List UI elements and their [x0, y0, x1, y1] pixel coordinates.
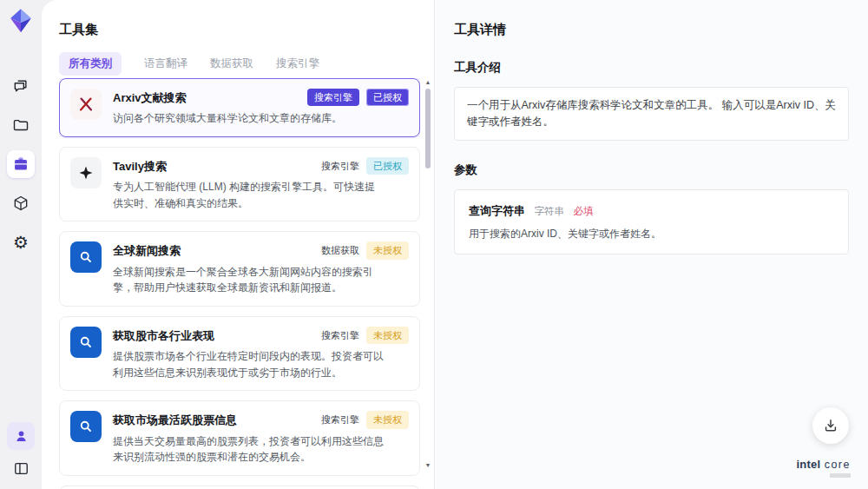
tool-card-sector-performance[interactable]: 获取股市各行业表现 搜索引擎 未授权 提供股票市场各个行业在特定时间段内的表现。… — [59, 316, 420, 391]
tab-translation[interactable]: 语言翻译 — [144, 56, 187, 71]
param-name: 查询字符串 — [469, 204, 525, 217]
app-logo-icon — [8, 8, 34, 34]
user-icon — [13, 428, 30, 445]
search-blue-icon — [70, 241, 102, 273]
arxiv-icon — [70, 89, 102, 120]
sidebar: ⚙ — [0, 0, 42, 489]
core-wordmark: core — [825, 459, 851, 471]
parameter-item: 查询字符串 字符串 必填 用于搜索的Arxiv ID、关键字或作者姓名。 — [454, 189, 849, 254]
tool-card-tavily[interactable]: Tavily搜索 搜索引擎 已授权 专为人工智能代理 (LLM) 构建的搜索引擎… — [59, 147, 420, 221]
param-type: 字符串 — [534, 206, 564, 216]
download-button[interactable] — [812, 407, 849, 444]
app-window: ⚙ 工具集 所有类别 语言翻译 — [0, 0, 868, 489]
tool-detail-pane: 工具详情 工具介绍 一个用于从Arxiv存储库搜索科学论文和文章的工具。 输入可… — [434, 0, 868, 489]
intel-core-logo: intel core — [796, 456, 851, 478]
sidebar-item-collapse[interactable] — [7, 454, 35, 482]
tool-list: Arxiv文献搜索 搜索引擎 已授权 访问各个研究领域大量科学论文和文章的存储库… — [59, 78, 420, 489]
auth-badge: 未授权 — [366, 241, 409, 259]
param-required-badge: 必填 — [573, 206, 593, 216]
scrollbar-thumb[interactable] — [425, 89, 431, 169]
tool-title: 全球新闻搜索 — [113, 241, 321, 259]
category-tabs: 所有类别 语言翻译 数据获取 搜索引擎 — [59, 52, 319, 76]
tool-card-arxiv[interactable]: Arxiv文献搜索 搜索引擎 已授权 访问各个研究领域大量科学论文和文章的存储库… — [59, 78, 420, 137]
tool-title: Tavily搜索 — [113, 157, 321, 175]
search-blue-icon — [70, 411, 102, 442]
detail-title: 工具详情 — [454, 22, 849, 38]
intel-wordmark: intel — [796, 458, 820, 471]
sidebar-item-account[interactable] — [7, 422, 35, 450]
tool-title: 获取股市各行业表现 — [113, 327, 321, 344]
panel-icon — [13, 460, 30, 477]
toolset-pane: 工具集 所有类别 语言翻译 数据获取 搜索引擎 — [42, 0, 434, 489]
tool-description: 全球新闻搜索是一个聚合全球各大新闻网站内容的搜索引擎，帮助用户快速获取全球最新资… — [113, 264, 409, 296]
sidebar-item-settings[interactable]: ⚙ — [7, 228, 35, 256]
category-badge: 搜索引擎 — [307, 89, 359, 106]
category-badge: 搜索引擎 — [321, 327, 359, 344]
tool-card-active-stocks[interactable]: 获取市场最活跃股票信息 搜索引擎 未授权 提供当天交易量最高的股票列表，投资者可… — [59, 400, 420, 475]
main-content: 工具集 所有类别 语言翻译 数据获取 搜索引擎 — [42, 0, 868, 489]
intro-heading: 工具介绍 — [454, 60, 849, 76]
param-description: 用于搜索的Arxiv ID、关键字或作者姓名。 — [469, 227, 834, 241]
page-title: 工具集 — [59, 22, 98, 38]
tool-intro-text: 一个用于从Arxiv存储库搜索科学论文和文章的工具。 输入可以是Arxiv ID… — [454, 87, 849, 141]
sidebar-bottom — [7, 422, 35, 482]
scroll-down-icon[interactable]: ▼ — [424, 461, 432, 470]
category-badge: 搜索引擎 — [321, 157, 359, 175]
list-scrollbar[interactable]: ▲ ▼ — [424, 78, 432, 486]
tool-description: 专为人工智能代理 (LLM) 构建的搜索引擎工具。可快速提供实时、准确和真实的结… — [113, 179, 409, 211]
tool-description: 提供当天交易量最高的股票列表，投资者可以利用这些信息来识别流动性强的股票和潜在的… — [113, 433, 409, 466]
params-heading: 参数 — [454, 162, 849, 178]
tool-card-regional-news[interactable]: 万维地区新闻查询 搜索引擎 未授权 查询具体行政区划内的新闻，快速了解各地新闻动 — [59, 486, 420, 489]
category-badge: 搜索引擎 — [321, 411, 359, 428]
tab-all-categories[interactable]: 所有类别 — [59, 52, 122, 76]
folder-icon — [12, 116, 30, 134]
search-blue-icon — [70, 327, 102, 358]
cube-icon — [12, 195, 30, 212]
download-icon — [822, 417, 839, 434]
tool-title: 获取市场最活跃股票信息 — [113, 411, 321, 428]
tavily-star-icon — [70, 157, 102, 188]
scroll-up-icon[interactable]: ▲ — [424, 78, 432, 87]
logo-subtext-bar — [830, 473, 851, 478]
tool-description: 访问各个研究领域大量科学论文和文章的存储库。 — [113, 110, 409, 127]
sidebar-item-models[interactable] — [7, 189, 35, 217]
tool-title: Arxiv文献搜索 — [113, 89, 307, 106]
chat-icon — [12, 77, 30, 95]
gear-icon: ⚙ — [13, 234, 29, 251]
auth-badge: 已授权 — [366, 89, 409, 106]
auth-badge: 未授权 — [366, 411, 409, 428]
auth-badge: 已授权 — [366, 157, 409, 175]
category-badge: 数据获取 — [321, 241, 359, 259]
sidebar-nav: ⚙ — [7, 72, 35, 256]
sidebar-item-files[interactable] — [7, 111, 35, 139]
tool-card-global-news[interactable]: 全球新闻搜索 数据获取 未授权 全球新闻搜索是一个聚合全球各大新闻网站内容的搜索… — [59, 231, 420, 306]
tool-description: 提供股票市场各个行业在特定时间段内的表现。投资者可以利用这些信息来识别表现优于或… — [113, 348, 409, 380]
briefcase-icon — [12, 155, 30, 173]
tab-search-engine[interactable]: 搜索引擎 — [276, 56, 319, 71]
auth-badge: 未授权 — [366, 327, 409, 344]
tab-data-fetch[interactable]: 数据获取 — [210, 56, 253, 71]
sidebar-item-tools[interactable] — [7, 150, 35, 178]
sidebar-item-chat[interactable] — [7, 72, 35, 100]
